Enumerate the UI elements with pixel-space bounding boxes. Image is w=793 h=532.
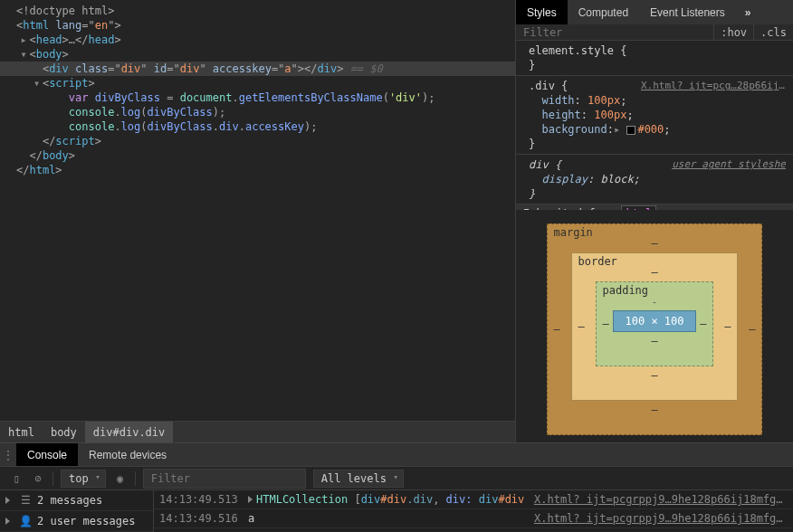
console-filter-input[interactable] — [143, 469, 306, 489]
console-sidebar-item[interactable]: 👤2 user messages — [0, 511, 153, 532]
context-selector[interactable]: top — [61, 470, 106, 488]
console-sidebar-item[interactable]: ☰2 messages — [0, 490, 153, 511]
elements-panel: <!doctype html> <html lang="en"> ▸<head>… — [0, 0, 515, 442]
console-messages[interactable]: 14:13:49.513HTMLCollection [div#div.div,… — [154, 490, 793, 532]
dom-line[interactable]: ▸<head>…</head> — [0, 33, 515, 47]
source-link[interactable]: X.html? ijt=pcgrppj9…9he128p66ij18mfg:19 — [534, 493, 788, 506]
tab-console[interactable]: Console — [16, 443, 78, 467]
rule-div-tag[interactable]: div {user agent styleshe display: block;… — [516, 155, 793, 204]
dom-line[interactable]: ▾<script> — [0, 76, 515, 90]
rule-element-style[interactable]: element.style {} — [516, 41, 793, 76]
styles-tab[interactable]: Styles — [516, 0, 568, 24]
console-line[interactable]: 14:13:49.516aX.html? ijt=pcgrppj9…9he128… — [154, 509, 793, 528]
dom-line[interactable]: var divByClass = document.getElementsByC… — [0, 90, 515, 105]
console-drawer-tabs[interactable]: ⋮ Console Remote devices — [0, 442, 793, 466]
dom-line[interactable]: <html lang="en"> — [0, 18, 515, 33]
levels-selector[interactable]: All levels — [313, 470, 404, 488]
breadcrumb[interactable]: htmlbodydiv#div.div — [0, 421, 515, 442]
styles-panel: StylesComputedEvent Listeners» :hov .cls… — [515, 0, 793, 442]
styles-tab[interactable]: Computed — [568, 0, 639, 24]
tab-remote-devices[interactable]: Remote devices — [78, 443, 177, 467]
dom-line[interactable]: </html> — [0, 163, 515, 177]
dom-line[interactable]: console.log(divByClass.div.accessKey); — [0, 119, 515, 134]
clear-console-icon[interactable]: ⊘ — [27, 468, 49, 489]
frame-icon[interactable]: ⋮ — [0, 443, 16, 467]
eye-icon[interactable]: ◉ — [110, 468, 131, 489]
source-link[interactable]: X.html? ijt=pcgrppj9…9he128p66ij18mfg:20 — [534, 512, 788, 525]
dom-line[interactable]: </body> — [0, 148, 515, 163]
styles-filter-bar: :hov .cls — [516, 24, 793, 41]
dom-line[interactable]: <!doctype html> — [0, 4, 515, 18]
source-link[interactable]: X.html? ijt=pcg…28p66ij18mfg — [641, 79, 786, 93]
styles-tabs[interactable]: StylesComputedEvent Listeners» — [516, 0, 793, 24]
cls-button[interactable]: .cls — [753, 24, 793, 40]
dom-line[interactable]: ▾<body> — [0, 47, 515, 62]
box-model[interactable]: margin– –– border– –– padding- –– 100 × … — [516, 210, 793, 442]
crumb-item[interactable]: div#div.div — [85, 422, 173, 443]
more-tabs-icon[interactable]: » — [736, 0, 760, 24]
styles-filter-input[interactable] — [516, 24, 713, 40]
style-rules: element.style {} .div {X.html? ijt=pcg…2… — [516, 41, 793, 210]
console-sidebar[interactable]: ☰2 messages👤2 user messages — [0, 490, 154, 532]
styles-tab[interactable]: Event Listeners — [639, 0, 736, 24]
sidebar-toggle-icon[interactable]: ▯ — [5, 468, 27, 489]
dom-line[interactable]: </script> — [0, 134, 515, 148]
dom-line[interactable]: <div class="div" id="div" accesskey="a">… — [0, 62, 515, 76]
console-body: ☰2 messages👤2 user messages 14:13:49.513… — [0, 490, 793, 532]
dom-line[interactable]: console.log(divByClass); — [0, 105, 515, 119]
crumb-item[interactable]: body — [43, 422, 85, 443]
hov-button[interactable]: :hov — [713, 24, 753, 40]
rule-div-class[interactable]: .div {X.html? ijt=pcg…28p66ij18mfg width… — [516, 76, 793, 155]
dom-tree[interactable]: <!doctype html> <html lang="en"> ▸<head>… — [0, 0, 515, 421]
console-toolbar: ▯ ⊘ top ◉ All levels — [0, 466, 793, 490]
crumb-item[interactable]: html — [0, 422, 43, 443]
console-line[interactable]: 14:13:49.513HTMLCollection [div#div.div,… — [154, 490, 793, 509]
